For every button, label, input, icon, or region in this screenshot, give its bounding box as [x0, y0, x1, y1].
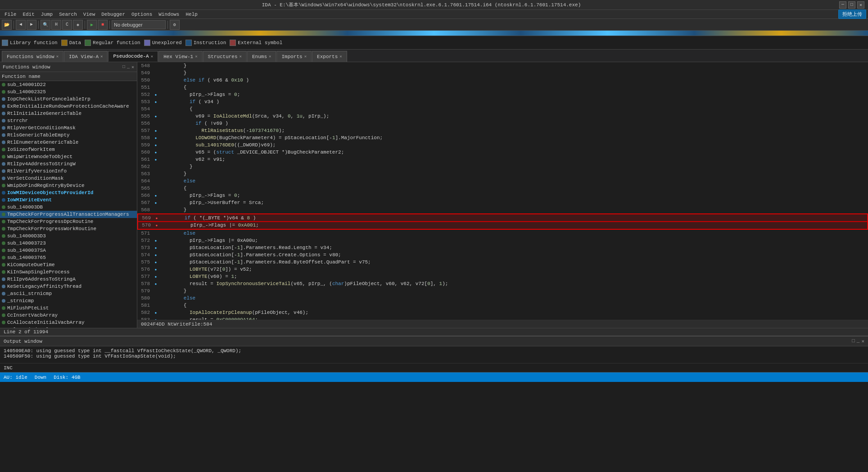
output-command-input[interactable]	[4, 365, 31, 371]
toolbar-hex[interactable]: H	[51, 20, 61, 30]
function-list-item[interactable]: WmipWriteWnodeToObject	[0, 153, 137, 160]
function-list-item[interactable]: RtlEnumerateGenericTable	[0, 139, 137, 146]
function-list-item[interactable]: TmpCheckForProgressAllTransactionManager…	[0, 211, 137, 218]
tab-hex-view-1-close[interactable]: ✕	[195, 54, 197, 59]
tab-functions-window-label: Functions window	[7, 54, 54, 59]
menu-edit[interactable]: Edit	[20, 11, 37, 18]
tab-functions-window[interactable]: Functions window ✕	[2, 51, 63, 62]
toolbar-stop[interactable]: ■	[98, 20, 108, 30]
code-scroll[interactable]: 548 }549 }550 else if ( v66 & 0x10 )551 …	[137, 62, 868, 320]
function-list-item[interactable]: RtlpVerGetConditionMask	[0, 124, 137, 132]
function-list-item[interactable]: sub_140003723	[0, 240, 137, 247]
menu-windows[interactable]: Windows	[156, 11, 182, 18]
code-line: 571 else	[137, 230, 868, 237]
function-list-item[interactable]: KeSetLegacyAffinityThread	[0, 283, 137, 290]
function-list-item[interactable]: IopCheckListForCancelableIrp	[0, 95, 137, 103]
function-list-item[interactable]: strrchr	[0, 117, 137, 124]
tab-enums[interactable]: Enums ✕	[247, 51, 276, 62]
function-list-item[interactable]: sub_140002325	[0, 88, 137, 95]
function-list-item[interactable]: IoWMIWriteEvent	[0, 196, 137, 204]
toolbar-code[interactable]: C	[62, 20, 72, 30]
function-list-item[interactable]: _strnicmp	[0, 297, 137, 304]
function-list-item[interactable]: RtlpUnwindOpSlots	[0, 326, 137, 328]
function-list-item[interactable]: KiComputeDueTime	[0, 261, 137, 268]
function-name: sub_140002325	[7, 89, 46, 95]
function-list-item[interactable]: CcAllocateInitialVacbArray	[0, 319, 137, 326]
function-list-item[interactable]: ExReInitializeRundownProtectionCacheAwar…	[0, 103, 137, 110]
tab-pseudocode-a[interactable]: Pseudocode-A ✕	[108, 51, 158, 62]
functions-close-btn[interactable]: ✕	[131, 64, 134, 70]
output-lock-btn[interactable]: □	[852, 338, 855, 344]
function-list-item[interactable]: IoWMIDeviceObjectToProviderId	[0, 189, 137, 196]
tab-functions-window-close[interactable]: ✕	[56, 54, 59, 59]
function-list-item[interactable]: TmpCheckForProgressWorkRoutine	[0, 225, 137, 232]
tab-ida-view-a-close[interactable]: ✕	[100, 54, 103, 59]
toolbar-forward[interactable]: ►	[27, 20, 36, 30]
cloud-upload-button[interactable]: 拒绝上传	[838, 9, 866, 19]
functions-lock-btn[interactable]: □	[122, 64, 125, 70]
menu-debugger[interactable]: Debugger	[99, 11, 128, 18]
menu-help[interactable]: Help	[183, 11, 200, 18]
function-list-item[interactable]: _ascii_strnicmp	[0, 290, 137, 297]
code-line: 556 if ( !v69 )	[137, 120, 868, 127]
code-line: 557● RtlRaiseStatus(-1073741670);	[137, 127, 868, 134]
function-list-item[interactable]: RtlIpv4AddressToStringW	[0, 160, 137, 168]
menu-file[interactable]: File	[2, 11, 19, 18]
tab-enums-close[interactable]: ✕	[269, 54, 271, 59]
tab-exports-close[interactable]: ✕	[339, 54, 342, 59]
toolbar-settings[interactable]: ⚙	[170, 20, 180, 30]
output-minimize-btn[interactable]: _	[857, 338, 860, 344]
toolbar-back[interactable]: ◄	[16, 20, 26, 30]
function-list-item[interactable]: CcInsertVacbArray	[0, 312, 137, 319]
status-disk: Disk: 4GB	[54, 375, 80, 380]
toolbar-graph[interactable]: ◈	[73, 20, 83, 30]
menu-view[interactable]: View	[81, 11, 98, 18]
menu-jump[interactable]: Jump	[38, 11, 55, 18]
function-list-item[interactable]: sub_140003765	[0, 254, 137, 261]
function-dot	[2, 155, 5, 159]
menu-options[interactable]: Options	[129, 11, 155, 18]
maximize-button[interactable]: □	[848, 1, 855, 9]
tab-imports-close[interactable]: ✕	[304, 54, 307, 59]
line-number: 578	[137, 281, 154, 286]
function-list-item[interactable]: IoSizeofWorkItem	[0, 146, 137, 153]
close-button[interactable]: ✕	[857, 1, 864, 9]
output-close-btn[interactable]: ✕	[861, 338, 864, 344]
line-code-text: pIrp_->UserBuffer = Srca;	[158, 200, 868, 205]
functions-list[interactable]: sub_140001D22sub_140002325IopCheckListFo…	[0, 81, 137, 328]
line-number: 573	[137, 245, 154, 250]
function-list-item[interactable]: TmpCheckForProgressDpcRoutine	[0, 218, 137, 225]
legend-external-color	[230, 40, 236, 46]
function-list-item[interactable]: RtlInitializeGenericTable	[0, 110, 137, 117]
function-list-item[interactable]: MiFlushPteList	[0, 304, 137, 312]
menu-search[interactable]: Search	[56, 11, 80, 18]
tab-imports[interactable]: Imports ✕	[276, 51, 312, 62]
toolbar-open[interactable]: 📂	[2, 20, 12, 30]
toolbar-run[interactable]: ▶	[87, 20, 97, 30]
tab-structures-close[interactable]: ✕	[240, 54, 242, 59]
menu-bar: File Edit Jump Search View Debugger Opti…	[0, 10, 868, 19]
tab-pseudocode-a-close[interactable]: ✕	[151, 54, 153, 59]
function-list-item[interactable]: WmipDoFindRegEntryByDevice	[0, 182, 137, 189]
function-list-item[interactable]: RtlIpv6AddressToStringA	[0, 276, 137, 283]
tab-exports[interactable]: Exports ✕	[312, 51, 347, 62]
function-list-item[interactable]: RtlsGenericTableEmpty	[0, 132, 137, 139]
toolbar-search[interactable]: 🔍	[41, 20, 50, 30]
tab-ida-view-a[interactable]: IDA View-A ✕	[64, 51, 108, 62]
function-list-item[interactable]: sub_140003DB	[0, 204, 137, 211]
functions-minimize-btn[interactable]: _	[127, 64, 130, 70]
function-list-item[interactable]: KiInSwapSingleProcess	[0, 268, 137, 276]
code-line: 568 }	[137, 206, 868, 213]
minimize-button[interactable]: ─	[839, 1, 846, 9]
function-list-item[interactable]: sub_140001D22	[0, 81, 137, 88]
function-list-item[interactable]: RtlVerifyVersionInfo	[0, 168, 137, 175]
function-list-item[interactable]: VerSetConditionMask	[0, 175, 137, 182]
function-list-item[interactable]: sub_14000D3D3	[0, 232, 137, 240]
address-bar: 0024F4DD NtWriteFile:584	[137, 320, 868, 328]
function-list-item[interactable]: sub_1400037SA	[0, 247, 137, 254]
tab-structures[interactable]: Structures ✕	[203, 51, 247, 62]
tab-hex-view-1[interactable]: Hex View-1 ✕	[158, 51, 202, 62]
status-line-bar: Line 2 of 11994	[0, 328, 868, 336]
debugger-input[interactable]	[112, 20, 166, 29]
function-dot	[2, 220, 5, 223]
